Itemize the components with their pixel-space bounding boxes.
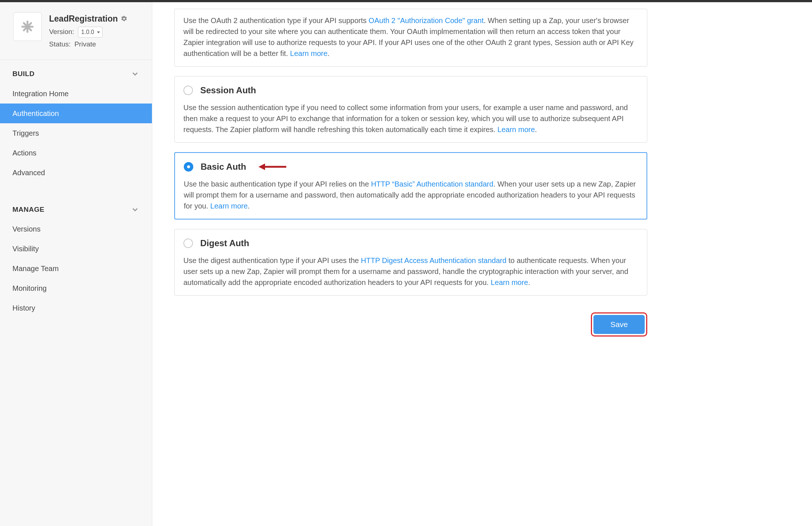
gear-icon[interactable] — [121, 15, 127, 22]
app-name: LeadRegistration — [49, 12, 118, 25]
basic-learn-more-link[interactable]: Learn more — [210, 202, 247, 210]
zapier-asterisk-icon — [20, 19, 35, 34]
session-learn-more-link[interactable]: Learn more — [498, 125, 535, 134]
nav-group-manage: MANAGE Versions Visibility Manage Team M… — [0, 196, 152, 318]
auth-card-basic-desc: Use the basic authentication type if you… — [184, 176, 638, 211]
nav-header-build-label: BUILD — [12, 69, 35, 79]
app-header: LeadRegistration Version: 1.0.0 Status: … — [0, 2, 152, 57]
nav-item-monitoring[interactable]: Monitoring — [0, 278, 152, 298]
svg-marker-6 — [258, 164, 265, 170]
auth-card-basic[interactable]: Basic Auth Use the basic authentication … — [174, 152, 647, 219]
main-content: Use the OAuth 2 authentication type if y… — [152, 2, 665, 526]
auth-card-digest-title: Digest Auth — [200, 237, 249, 250]
session-desc: Use the session authentication type if y… — [183, 104, 628, 134]
version-value: 1.0.0 — [81, 28, 94, 37]
oauth-desc-pre: Use the OAuth 2 authentication type if y… — [183, 16, 369, 25]
nav-item-advanced[interactable]: Advanced — [0, 163, 152, 183]
nav-group-build: BUILD Integration Home Authentication Tr… — [0, 60, 152, 183]
nav-item-visibility[interactable]: Visibility — [0, 239, 152, 259]
nav-header-manage-label: MANAGE — [12, 204, 44, 215]
save-button-highlight: Save — [591, 312, 647, 337]
auth-card-basic-title: Basic Auth — [201, 160, 246, 173]
digest-standard-link[interactable]: HTTP Digest Access Authentication standa… — [361, 256, 507, 264]
status-label: Status: — [49, 39, 71, 50]
nav-item-triggers[interactable]: Triggers — [0, 123, 152, 143]
radio-basic-auth[interactable] — [184, 162, 193, 172]
radio-session-auth[interactable] — [183, 86, 193, 95]
nav-item-manage-team[interactable]: Manage Team — [0, 259, 152, 278]
oauth-learn-more-link[interactable]: Learn more — [290, 49, 327, 57]
app-logo — [13, 12, 42, 41]
chevron-down-icon — [131, 69, 139, 78]
nav-item-integration-home[interactable]: Integration Home — [0, 84, 152, 104]
chevron-down-icon — [131, 205, 139, 214]
version-select[interactable]: 1.0.0 — [78, 27, 103, 38]
auth-card-session-desc: Use the session authentication type if y… — [183, 100, 638, 135]
oauth-grant-link[interactable]: OAuth 2 "Authorization Code" grant — [369, 16, 484, 25]
auth-card-digest-desc: Use the digest authentication type if yo… — [183, 253, 638, 288]
digest-desc-pre: Use the digest authentication type if yo… — [183, 256, 361, 264]
sidebar: LeadRegistration Version: 1.0.0 Status: … — [0, 2, 152, 526]
basic-desc-pre: Use the basic authentication type if you… — [184, 180, 371, 188]
radio-digest-auth[interactable] — [183, 238, 193, 248]
auth-card-oauth[interactable]: Use the OAuth 2 authentication type if y… — [174, 9, 647, 67]
version-label: Version: — [49, 27, 74, 37]
digest-learn-more-link[interactable]: Learn more — [491, 278, 528, 286]
nav-item-authentication[interactable]: Authentication — [0, 104, 152, 123]
auth-card-oauth-desc: Use the OAuth 2 authentication type if y… — [183, 13, 638, 59]
svg-point-4 — [25, 24, 30, 29]
auth-card-session[interactable]: Session Auth Use the session authenticat… — [174, 76, 647, 143]
arrow-annotation-icon — [258, 163, 286, 171]
auth-card-session-title: Session Auth — [200, 84, 256, 97]
nav-header-manage[interactable]: MANAGE — [0, 196, 152, 219]
save-button[interactable]: Save — [593, 315, 645, 334]
basic-standard-link[interactable]: HTTP “Basic” Authentication standard — [371, 180, 493, 188]
form-actions: Save — [174, 312, 647, 337]
nav-item-history[interactable]: History — [0, 298, 152, 318]
nav-item-actions[interactable]: Actions — [0, 143, 152, 163]
auth-card-digest[interactable]: Digest Auth Use the digest authenticatio… — [174, 229, 647, 296]
status-value: Private — [74, 39, 96, 50]
nav-header-build[interactable]: BUILD — [0, 60, 152, 84]
nav-item-versions[interactable]: Versions — [0, 219, 152, 239]
